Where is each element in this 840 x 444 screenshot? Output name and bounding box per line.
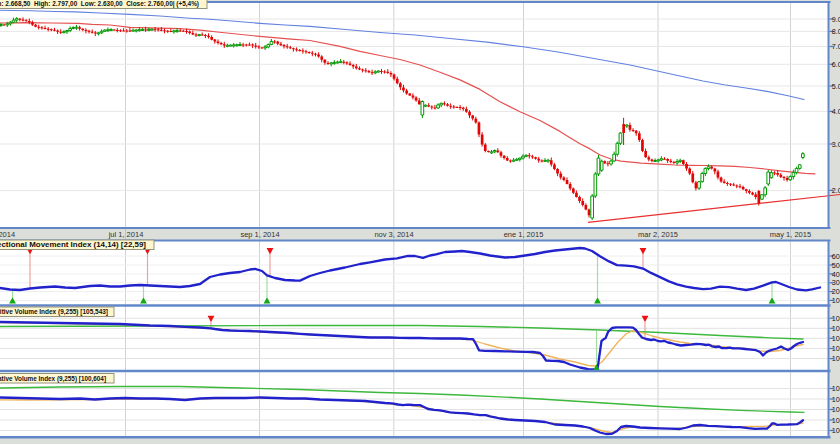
svg-text:102.000: 102.000 (832, 344, 840, 353)
svg-text:104.000: 104.000 (832, 405, 840, 414)
svg-text:100.000: 100.000 (832, 426, 840, 435)
svg-text:102.000: 102.000 (832, 416, 840, 425)
svg-text:4.000: 4.000 (832, 107, 840, 116)
svg-text:40: 40 (832, 270, 840, 279)
svg-text:7.000: 7.000 (832, 42, 840, 51)
svg-text:106.000: 106.000 (832, 395, 840, 404)
svg-text:sep 1, 2014: sep 1, 2014 (240, 230, 279, 239)
svg-text:30: 30 (832, 278, 840, 287)
svg-text:Negative Volume Index (9,255): Negative Volume Index (9,255) [100,604] (0, 375, 106, 383)
svg-text:8.000: 8.000 (832, 27, 840, 36)
svg-text:ene 1, 2015: ene 1, 2015 (504, 230, 544, 239)
svg-text:108.000: 108.000 (832, 384, 840, 393)
svg-text:100.000: 100.000 (832, 354, 840, 363)
svg-text:6.000: 6.000 (832, 60, 840, 69)
svg-text:Open: 2.668,50 High: 2.797,00: Open: 2.668,50 High: 2.797,00 Low: 2.630… (0, 0, 199, 8)
svg-text:9.000: 9.000 (832, 15, 840, 24)
svg-text:60: 60 (832, 252, 840, 261)
svg-text:jul 1, 2014: jul 1, 2014 (108, 230, 144, 239)
svg-text:10: 10 (832, 296, 840, 305)
svg-text:may 1, 2015: may 1, 2015 (770, 230, 811, 239)
svg-text:may 1, 2014: may 1, 2014 (0, 230, 15, 239)
svg-text:108.000: 108.000 (832, 314, 840, 323)
svg-text:Positive Volume Index (9,255): Positive Volume Index (9,255) [105,543] (0, 308, 108, 316)
svg-text:5.000: 5.000 (832, 82, 840, 91)
svg-text:50: 50 (832, 261, 840, 270)
svg-text:104.000: 104.000 (832, 334, 840, 343)
svg-text:20: 20 (832, 287, 840, 296)
svg-text:Directional Movement Index (14: Directional Movement Index (14,14) [22,5… (0, 241, 146, 249)
svg-text:2.000: 2.000 (832, 186, 840, 195)
svg-text:106.000: 106.000 (832, 324, 840, 333)
svg-text:3.000: 3.000 (832, 140, 840, 149)
svg-text:nov 3, 2014: nov 3, 2014 (374, 230, 413, 239)
svg-text:mar 2, 2015: mar 2, 2015 (638, 230, 678, 239)
